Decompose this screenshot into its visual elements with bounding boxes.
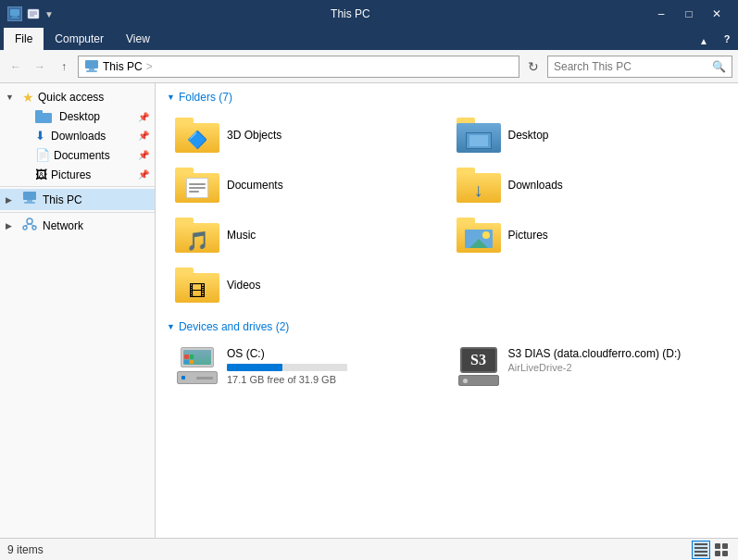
folder-item-documents[interactable]: Documents <box>167 161 446 209</box>
folder-name-documents: Documents <box>227 179 283 192</box>
folder-icon-downloads: ↓ <box>457 168 501 203</box>
this-pc-icon <box>22 192 37 207</box>
pin-icon-pictures: 📌 <box>138 169 149 180</box>
title-bar: ▼ This PC – □ ✕ <box>0 0 738 28</box>
folder-name-pictures: Pictures <box>508 229 548 242</box>
folder-name-desktop: Desktop <box>508 129 549 142</box>
device-subtitle-s3: AirLiveDrive-2 <box>508 362 682 373</box>
documents-icon: 📄 <box>35 148 50 162</box>
svg-point-15 <box>32 226 36 230</box>
minimize-button[interactable]: – <box>647 0 675 28</box>
folder-item-desktop[interactable]: Desktop <box>448 111 728 159</box>
sidebar-item-documents[interactable]: 📄 Documents 📌 <box>0 145 155 165</box>
svg-rect-2 <box>10 18 19 19</box>
svg-rect-21 <box>694 554 707 556</box>
view-controls <box>692 541 731 559</box>
folder-icon-music: 🎵 <box>175 218 219 253</box>
search-box[interactable]: 🔍 <box>547 56 732 78</box>
sidebar-label-network: Network <box>43 219 83 232</box>
device-info-s3: S3 DIAS (data.cloudferro.com) (D:) AirLi… <box>508 347 682 373</box>
folder-item-music[interactable]: 🎵 Music <box>167 211 446 259</box>
device-progress-c <box>227 364 347 371</box>
status-bar: 9 items <box>0 538 738 560</box>
folder-item-3d-objects[interactable]: 🔷 3D Objects <box>167 111 446 159</box>
sidebar-label-desktop: Desktop <box>59 110 100 123</box>
folder-name-music: Music <box>227 229 256 242</box>
devices-section-title: Devices and drives (2) <box>179 320 289 333</box>
refresh-button[interactable]: ↻ <box>523 56 544 77</box>
folders-section-title: Folders (7) <box>179 91 232 104</box>
desktop-icon <box>35 110 52 123</box>
folder-name-videos: Videos <box>227 279 260 292</box>
svg-point-13 <box>27 218 32 224</box>
svg-rect-20 <box>694 551 707 553</box>
devices-section-header[interactable]: ▼ Devices and drives (2) <box>167 320 727 333</box>
address-path-text: This PC <box>103 60 143 73</box>
folder-grid: 🔷 3D Objects Desktop <box>167 111 727 309</box>
expand-icon-network: ▶ <box>6 221 19 230</box>
quick-access-icon: ★ <box>22 90 34 105</box>
expand-icon: ▼ <box>6 93 19 102</box>
sidebar-item-this-pc[interactable]: ▶ This PC <box>0 189 155 210</box>
hdd-icon-area <box>175 347 219 384</box>
tab-computer[interactable]: Computer <box>44 28 115 50</box>
close-button[interactable]: ✕ <box>703 0 731 28</box>
sidebar-label-quick-access: Quick access <box>38 91 104 104</box>
sidebar-label-this-pc: This PC <box>43 193 82 206</box>
device-name-s3: S3 DIAS (data.cloudferro.com) (D:) <box>508 347 682 360</box>
svg-rect-9 <box>86 70 97 72</box>
svg-rect-1 <box>12 16 18 18</box>
folder-item-pictures[interactable]: Pictures <box>448 211 728 259</box>
device-progress-bar-c <box>227 364 282 371</box>
folder-icon-desktop <box>457 118 501 153</box>
sidebar-item-quick-access[interactable]: ▼ ★ Quick access <box>0 87 155 107</box>
back-button[interactable]: ← <box>6 56 26 77</box>
folder-item-downloads[interactable]: ↓ Downloads <box>448 161 728 209</box>
title-bar-icon-area: ▼ <box>7 6 54 21</box>
title-bar-docs-icon <box>26 6 41 21</box>
view-tiles-button[interactable] <box>712 541 731 559</box>
up-button[interactable]: ↑ <box>54 56 74 77</box>
device-item-os-c[interactable]: OS (C:) 17.1 GB free of 31.9 GB <box>167 341 446 392</box>
tab-view[interactable]: View <box>115 28 161 50</box>
forward-button[interactable]: → <box>30 56 50 77</box>
device-grid: OS (C:) 17.1 GB free of 31.9 GB S3 <box>167 341 727 392</box>
tab-file[interactable]: File <box>4 28 44 50</box>
sidebar-item-downloads[interactable]: ⬇ Downloads 📌 <box>0 126 155 145</box>
search-input[interactable] <box>554 60 708 73</box>
svg-rect-7 <box>85 60 98 68</box>
maximize-button[interactable]: □ <box>675 0 703 28</box>
pictures-icon: 🖼 <box>35 168 47 181</box>
sidebar-item-network[interactable]: ▶ Network <box>0 215 155 236</box>
help-button[interactable]: ? <box>716 28 738 50</box>
device-name-c: OS (C:) <box>227 347 347 360</box>
svg-point-14 <box>23 226 27 230</box>
folder-name-3d-objects: 3D Objects <box>227 129 281 142</box>
network-icon <box>22 218 37 233</box>
address-path[interactable]: This PC > <box>78 56 519 78</box>
folders-section-header[interactable]: ▼ Folders (7) <box>167 91 727 104</box>
svg-line-16 <box>25 224 30 226</box>
search-icon: 🔍 <box>712 60 726 73</box>
sidebar-item-pictures[interactable]: 🖼 Pictures 📌 <box>0 165 155 184</box>
sidebar-item-desktop[interactable]: Desktop 📌 <box>0 107 155 126</box>
ribbon-tabs: File Computer View ▲ ? <box>0 28 738 50</box>
folder-name-downloads: Downloads <box>508 179 563 192</box>
computer-icon <box>84 60 99 73</box>
window-title: This PC <box>54 7 647 20</box>
svg-rect-12 <box>24 202 35 204</box>
svg-rect-0 <box>10 9 19 16</box>
item-count: 9 items <box>7 543 44 556</box>
content-area: ▼ Folders (7) 🔷 3D Objects <box>156 83 738 538</box>
ribbon-collapse-btn[interactable]: ▲ <box>692 32 716 50</box>
folder-item-videos[interactable]: 🎞 Videos <box>167 261 446 309</box>
folder-icon-3d-objects: 🔷 <box>175 118 219 153</box>
address-path-separator: > <box>146 60 153 73</box>
folder-icon-videos: 🎞 <box>175 268 219 303</box>
view-details-button[interactable] <box>692 541 710 559</box>
title-bar-dropdown-arrow[interactable]: ▼ <box>44 9 54 19</box>
svg-rect-22 <box>715 543 720 549</box>
device-item-s3[interactable]: S3 S3 DIAS (data.cloudferro.com) (D:) Ai… <box>448 341 728 392</box>
svg-rect-11 <box>27 200 32 202</box>
address-bar: ← → ↑ This PC > ↻ 🔍 <box>0 50 738 83</box>
